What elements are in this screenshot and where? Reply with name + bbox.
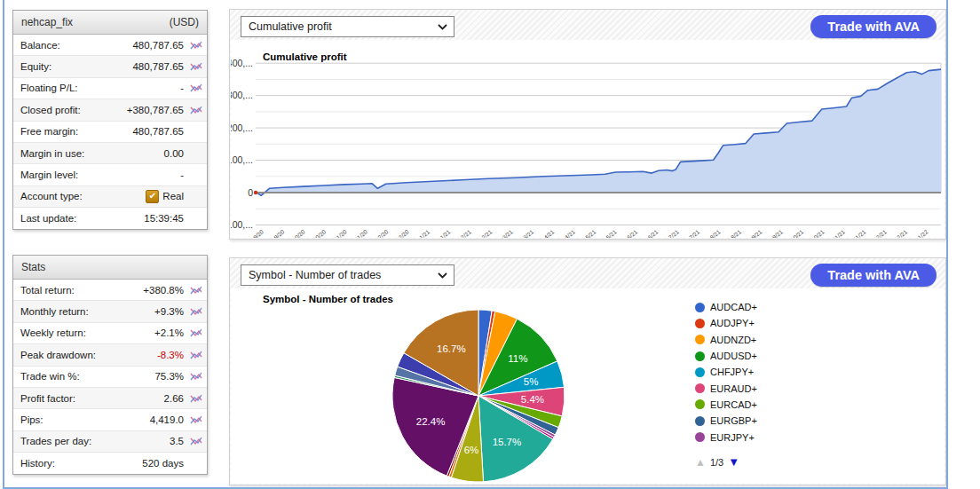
account-row-equity: Equity: 480,787.65 [13, 55, 207, 76]
pagination-up-icon[interactable]: ▲ [695, 456, 706, 469]
svg-text:7/21: 7/21 [688, 228, 700, 238]
svg-text:10/21: 10/21 [789, 228, 804, 238]
legend-item: EURJPY+ [695, 429, 757, 445]
svg-text:11/21: 11/21 [852, 228, 867, 238]
svg-text:5.4%: 5.4% [521, 394, 544, 405]
legend-pagination: ▲ 1/3 ▼ [695, 455, 739, 469]
svg-text:3/21: 3/21 [522, 228, 534, 238]
cumulative-profit-panel: Cumulative profit Trade with AVA Cumulat… [229, 9, 946, 240]
account-panel-header: nehcap_fix (USD) [13, 11, 207, 35]
account-panel: nehcap_fix (USD) Balance: 480,787.65 Equ… [12, 10, 208, 230]
account-row-closed-profit: Closed profit: +380,787.65 [13, 99, 207, 120]
legend-color-dot [695, 367, 705, 377]
account-row-account-type: Account type: ✔Real [13, 185, 207, 207]
stats-row-pips: Pips: 4,419.0 [13, 408, 207, 430]
stats-rows: Total return: +380.8% Monthly return: +9… [13, 280, 207, 474]
legend-item: EURGBP+ [695, 413, 757, 429]
sparkline-icon[interactable] [190, 371, 202, 382]
svg-text:1/22: 1/22 [916, 228, 929, 238]
trade-with-ava-button[interactable]: Trade with AVA [810, 15, 937, 38]
legend-label: EURJPY+ [710, 432, 755, 443]
stats-row-trades-per-day: Trades per day: 3.5 [13, 430, 207, 452]
legend-label: EURCAD+ [710, 399, 757, 410]
svg-text:9/20: 9/20 [252, 228, 265, 238]
svg-text:11/21: 11/21 [831, 228, 846, 238]
legend-item: AUDNZD+ [695, 332, 757, 348]
svg-text:6/21: 6/21 [626, 228, 638, 238]
svg-text:5/21: 5/21 [605, 228, 618, 238]
sparkline-icon[interactable] [190, 40, 202, 51]
account-row-floating-pl: Floating P/L: - [13, 77, 207, 99]
pagination-page-label: 1/3 [710, 457, 723, 468]
svg-text:5/21: 5/21 [584, 228, 597, 238]
svg-text:3/21: 3/21 [502, 228, 514, 238]
svg-text:11/20: 11/20 [353, 228, 368, 238]
chevron-down-icon [438, 272, 447, 279]
sparkline-icon[interactable] [190, 436, 202, 446]
symbol-trades-pie-chart[interactable]: 11%5%5.4%15.7%6%22.4%16.7% [231, 288, 944, 484]
svg-text:9/21: 9/21 [750, 228, 763, 238]
legend-color-dot [695, 351, 705, 361]
svg-text:5%: 5% [524, 376, 539, 387]
svg-text:100,...: 100,... [231, 154, 253, 165]
sparkline-icon[interactable] [190, 285, 202, 296]
chart-type-select[interactable]: Symbol - Number of trades [241, 264, 454, 286]
svg-text:15.7%: 15.7% [493, 437, 522, 447]
account-name: nehcap_fix [21, 16, 73, 28]
svg-text:2/21: 2/21 [480, 228, 493, 238]
svg-text:12/21: 12/21 [893, 228, 908, 238]
pie-chart-title: Symbol - Number of trades [263, 294, 393, 304]
cumulative-profit-chart[interactable]: 400,...300,...200,...100,...0-100,...9/2… [231, 40, 944, 238]
svg-text:12/21: 12/21 [873, 228, 888, 238]
account-currency: (USD) [170, 16, 199, 28]
legend-item: AUDUSD+ [695, 348, 757, 364]
sparkline-icon[interactable] [190, 83, 202, 93]
sparkline-icon[interactable] [190, 105, 202, 115]
svg-text:4/21: 4/21 [542, 228, 555, 238]
legend-item: EURCAD+ [695, 397, 757, 413]
legend-item: CHFJPY+ [695, 364, 757, 380]
sparkline-icon[interactable] [190, 306, 202, 317]
symbol-trades-panel: Symbol - Number of trades Trade with AVA… [229, 257, 946, 485]
sparkline-icon[interactable] [190, 350, 202, 360]
chevron-down-icon [438, 24, 447, 30]
area-chart-title: Cumulative profit [263, 51, 347, 62]
pagination-down-icon[interactable]: ▼ [728, 455, 739, 469]
stats-row-peak-drawdown: Peak drawdown: -8.3% [13, 343, 207, 365]
svg-text:10/21: 10/21 [810, 228, 826, 238]
sparkline-icon[interactable] [190, 327, 202, 338]
trade-with-ava-button[interactable]: Trade with AVA [810, 264, 937, 287]
account-row-free-margin: Free margin: 480,787.65 [13, 121, 207, 142]
sparkline-icon[interactable] [190, 414, 202, 425]
legend-label: AUDJPY+ [710, 318, 755, 328]
legend-label: EURGBP+ [710, 415, 757, 426]
stats-panel-header: Stats [13, 256, 207, 280]
sparkline-icon[interactable] [190, 61, 202, 72]
svg-text:9/21: 9/21 [771, 228, 784, 238]
svg-text:12/20: 12/20 [395, 228, 410, 238]
svg-text:7/21: 7/21 [668, 228, 680, 238]
svg-text:16.7%: 16.7% [437, 343, 466, 354]
svg-text:8/21: 8/21 [730, 228, 742, 238]
pie-legend: AUDCAD+AUDJPY+AUDNZD+AUDUSD+CHFJPY+EURAU… [695, 299, 757, 446]
sparkline-icon[interactable] [190, 393, 202, 404]
svg-text:400,...: 400,... [231, 58, 253, 68]
svg-text:8/21: 8/21 [708, 228, 721, 238]
svg-text:300,...: 300,... [231, 90, 253, 100]
legend-item: EURAUD+ [695, 380, 757, 396]
legend-color-dot [695, 335, 705, 344]
stats-row-profit-factor: Profit factor: 2.66 [13, 387, 207, 408]
legend-color-dot [695, 399, 705, 409]
svg-text:11%: 11% [508, 353, 527, 364]
legend-label: EURAUD+ [710, 383, 757, 394]
legend-item: AUDJPY+ [695, 315, 757, 331]
account-row-balance: Balance: 480,787.65 [13, 35, 207, 55]
svg-text:10/20: 10/20 [291, 228, 306, 238]
legend-label: AUDCAD+ [710, 302, 757, 312]
stats-row-history: History: 520 days [13, 452, 207, 473]
account-row-last-update: Last update: 15:39:45 [13, 207, 207, 228]
stats-panel: Stats Total return: +380.8% Monthly retu… [12, 255, 208, 475]
chart-type-select[interactable]: Cumulative profit [241, 16, 454, 37]
stats-row-weekly-return: Weekly return: +2.1% [13, 322, 207, 343]
account-rows: Balance: 480,787.65 Equity: 480,787.65 F… [13, 35, 207, 229]
